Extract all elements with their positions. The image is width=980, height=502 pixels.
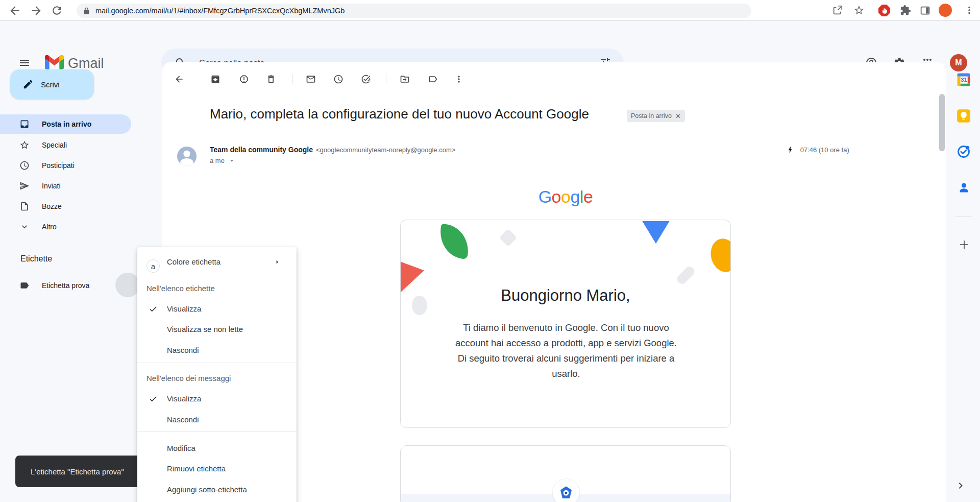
sidebar-item-label: Posta in arrivo (42, 120, 91, 128)
security-badge (552, 479, 580, 502)
browser-toolbar: mail.google.com/mail/u/1/#inbox/FMfcgzGr… (0, 0, 980, 21)
main-menu-hamburger-icon[interactable] (18, 57, 31, 69)
share-icon[interactable] (832, 5, 845, 18)
menu-item-edit[interactable]: Modifica (137, 438, 297, 459)
check-icon (149, 394, 158, 403)
extensions-puzzle-icon[interactable] (900, 5, 913, 18)
back-to-inbox-icon[interactable] (169, 69, 189, 89)
sender-name: Team della community Google<googlecommun… (210, 146, 455, 154)
more-options-kebab-icon[interactable] (449, 69, 469, 89)
sidebar-item-snoozed[interactable]: Posticipati (0, 156, 131, 175)
contacts-icon[interactable] (957, 181, 971, 195)
browser-forward-icon[interactable] (30, 4, 43, 17)
menu-item-show-messages[interactable]: Visualizza (137, 389, 297, 409)
dynamic-email-bolt-icon (786, 146, 794, 154)
ssl-lock-icon[interactable] (83, 7, 90, 15)
message-time: 07:46 (10 ore fa) (786, 146, 849, 154)
url-text: mail.google.com/mail/u/1/#inbox/FMfcgzGr… (95, 7, 345, 15)
label-tag-icon (19, 280, 30, 291)
browser-menu-kebab-icon[interactable] (964, 5, 977, 18)
send-icon (19, 181, 30, 191)
scrollbar-thumb[interactable] (939, 94, 945, 151)
toolbar-separator (292, 74, 292, 84)
caret-down-icon (229, 158, 235, 164)
email-greeting: Buongiorno Mario, (401, 286, 730, 305)
confetti-gray-pill (675, 265, 697, 286)
label-options-hover-circle[interactable] (115, 273, 140, 297)
labels-icon[interactable] (423, 69, 443, 89)
sidebar-item-label: Bozze (42, 202, 62, 210)
recipient-dropdown[interactable]: a me (210, 157, 235, 164)
star-icon (19, 140, 30, 150)
menu-item-hide-messages[interactable]: Nascondi (137, 410, 297, 430)
menu-item-show-if-unread[interactable]: Visualizza se non lette (137, 319, 297, 340)
sidebar-item-sent[interactable]: Inviati (0, 176, 131, 196)
snooze-icon[interactable] (328, 69, 349, 89)
sidebar-item-starred[interactable]: Speciali (0, 135, 131, 155)
shield-camera-icon (559, 485, 573, 499)
menu-divider (137, 276, 297, 276)
report-spam-icon[interactable] (234, 69, 254, 89)
confetti-blue-triangle (641, 221, 671, 244)
bookmark-star-icon[interactable] (853, 5, 867, 18)
sidebar-item-drafts[interactable]: Bozze (0, 197, 131, 216)
inbox-label-chip[interactable]: Posta in arrivo ✕ (627, 110, 685, 122)
move-to-folder-icon[interactable] (395, 69, 415, 89)
browser-back-icon[interactable] (8, 4, 21, 17)
check-icon (149, 304, 158, 314)
hide-side-panel-chevron-icon[interactable] (954, 480, 967, 492)
sidebar-label-name: Etichetta prova (42, 281, 89, 290)
panel-divider (955, 217, 972, 217)
menu-item-show[interactable]: Visualizza (137, 299, 297, 319)
gmail-logo-icon[interactable] (45, 55, 64, 69)
add-to-tasks-icon[interactable] (356, 69, 376, 89)
menu-item-hide[interactable]: Nascondi (137, 340, 297, 361)
address-bar[interactable]: mail.google.com/mail/u/1/#inbox/FMfcgzGr… (77, 4, 751, 18)
label-color-swatch: a (146, 259, 160, 273)
menu-section-label-list: Nell'elenco etichette (146, 284, 215, 293)
sidebar-label-etichetta-prova[interactable]: Etichetta prova (0, 276, 131, 295)
sidebar-item-more[interactable]: Altro (0, 217, 131, 236)
submenu-arrow-icon (273, 258, 281, 266)
archive-icon[interactable] (205, 69, 226, 89)
labels-heading: Etichette (20, 254, 52, 264)
sender-email: <googlecommunityteam-noreply@google.com> (316, 146, 455, 154)
suggestion-card (400, 445, 731, 502)
menu-item-label-color[interactable]: a Colore etichetta (137, 251, 297, 273)
google-logo: Google (489, 187, 642, 207)
label-context-menu: a Colore etichetta Nell'elenco etichette… (137, 247, 297, 502)
compose-button[interactable]: Scrivi (10, 69, 94, 99)
draft-file-icon (19, 201, 30, 211)
menu-item-add-sublabel[interactable]: Aggiungi sotto-etichetta (137, 480, 297, 500)
email-subject: Mario, completa la configurazione del tu… (210, 106, 589, 122)
chip-remove-icon[interactable]: ✕ (675, 112, 681, 120)
sidebar-item-inbox[interactable]: Posta in arrivo (0, 114, 131, 134)
menu-item-remove-label[interactable]: Rimuovi etichetta (137, 459, 297, 479)
confetti-gray-diamond (499, 229, 517, 247)
sidebar-item-label: Posticipati (42, 161, 75, 170)
browser-profile-avatar[interactable] (939, 4, 952, 17)
svg-text:31: 31 (961, 77, 967, 83)
tasks-icon[interactable] (957, 145, 971, 159)
confetti-green-shape (438, 224, 471, 259)
adblock-extension-icon[interactable] (878, 5, 890, 16)
delete-icon[interactable] (261, 69, 281, 89)
chevron-down-icon (19, 222, 30, 232)
compose-label: Scrivi (41, 80, 60, 89)
sidebar-item-label: Speciali (42, 141, 67, 149)
account-avatar[interactable]: M (950, 54, 967, 71)
menu-divider (137, 363, 297, 363)
keep-icon[interactable] (957, 109, 971, 123)
side-panel-icon[interactable] (920, 5, 933, 18)
mark-unread-icon[interactable] (301, 69, 321, 89)
browser-reload-icon[interactable] (51, 4, 64, 17)
welcome-card: Buongiorno Mario, Ti diamo il benvenuto … (400, 220, 731, 428)
get-addons-plus-icon[interactable] (958, 238, 970, 251)
calendar-icon[interactable]: 31 (956, 72, 971, 87)
sidebar-item-label: Inviati (42, 182, 61, 190)
confetti-yellow-circle (707, 236, 731, 275)
chip-label: Posta in arrivo (631, 112, 672, 119)
sender-avatar[interactable] (177, 147, 197, 166)
pencil-icon (22, 79, 34, 90)
menu-section-message-list: Nell'elenco dei messaggi (146, 374, 231, 383)
